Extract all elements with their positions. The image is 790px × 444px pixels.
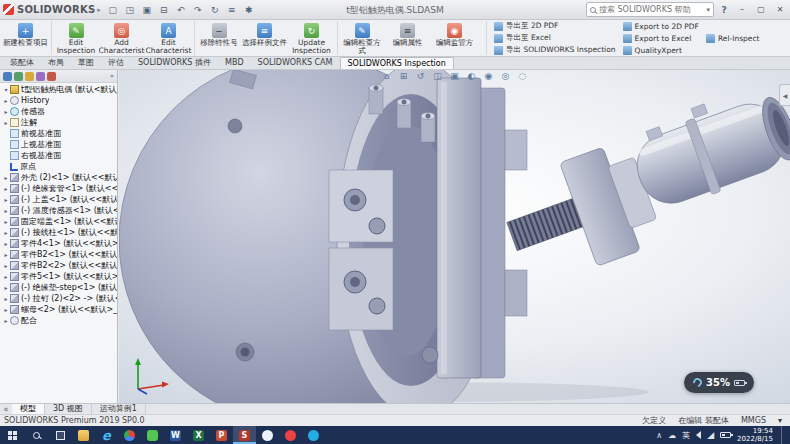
network-icon[interactable]: ◢ bbox=[707, 431, 714, 440]
powerpoint-icon[interactable]: P bbox=[210, 426, 233, 444]
expand-arrow-icon[interactable]: ▸ bbox=[2, 251, 10, 258]
tree-item[interactable]: 原点 bbox=[0, 161, 117, 172]
start-button[interactable] bbox=[0, 426, 24, 444]
tree-item[interactable]: 右视基准面 bbox=[0, 150, 117, 161]
motion-study-tab[interactable]: 运动算例1 bbox=[92, 404, 146, 415]
edit-inspection-method-button[interactable]: ✎ 编辑检查方式 bbox=[337, 21, 384, 55]
task-view-button[interactable] bbox=[48, 426, 72, 444]
expand-arrow-icon[interactable]: ▾ bbox=[2, 86, 10, 93]
update-inspection-button[interactable]: ↻ Update Inspection bbox=[288, 21, 335, 55]
expand-arrow-icon[interactable]: ▸ bbox=[2, 229, 10, 236]
appearance-icon[interactable]: ◎ bbox=[499, 71, 512, 81]
edit-characteristic-button[interactable]: A Edit Characteristic bbox=[145, 21, 192, 55]
edge-icon[interactable]: e bbox=[95, 426, 118, 444]
chrome-icon[interactable] bbox=[118, 426, 141, 444]
graphics-viewport[interactable]: ⌂⊞↺◫▣◐◉◎◌ ◀ 35% bbox=[119, 70, 790, 403]
tree-item[interactable]: 前视基准面 bbox=[0, 128, 117, 139]
tab-solidworks-cam[interactable]: SOLIDWORKS CAM bbox=[251, 57, 340, 69]
dimxpertmanager-tab-icon[interactable] bbox=[36, 72, 45, 81]
maximize-button[interactable]: ▢ bbox=[753, 2, 769, 17]
tree-item[interactable]: ▸ 外壳 (2)<1> (默认<<默认>_显示状 bbox=[0, 172, 117, 183]
add-characteristic-button[interactable]: ◎ Add Characteristic bbox=[98, 21, 145, 55]
tree-item[interactable]: ▸ (-) 温度传感器<1> (默认<<默认> bbox=[0, 205, 117, 216]
featuremanager-tab-icon[interactable] bbox=[3, 72, 12, 81]
expand-arrow-icon[interactable]: ▸ bbox=[2, 240, 10, 247]
tree-item[interactable]: 上视基准面 bbox=[0, 139, 117, 150]
menu-flyout-caret-icon[interactable]: ▸ bbox=[97, 6, 101, 14]
scene-icon[interactable]: ◌ bbox=[516, 71, 529, 81]
rebuild-icon[interactable]: ↻ bbox=[207, 2, 223, 17]
help-search-box[interactable]: ▾ bbox=[586, 2, 714, 17]
export-to-excel-button[interactable]: 导出至 Excel bbox=[494, 33, 616, 44]
tab-mbd[interactable]: MBD bbox=[218, 57, 251, 69]
hide-show-icon[interactable]: ◉ bbox=[482, 71, 495, 81]
tree-item[interactable]: ▸ (-) 拉钉 (2)<2> -> (默认<<默认 bbox=[0, 293, 117, 304]
expand-arrow-icon[interactable]: ▸ bbox=[2, 196, 10, 203]
tab-evaluate[interactable]: 评估 bbox=[101, 57, 131, 69]
solidworks-icon[interactable]: S bbox=[233, 426, 256, 444]
tab-sketch[interactable]: 草图 bbox=[71, 57, 101, 69]
word-icon[interactable]: W bbox=[164, 426, 187, 444]
tree-item[interactable]: ▸ 零件4<1> (默认<<默认>_显示状态 bbox=[0, 238, 117, 249]
expand-arrow-icon[interactable]: ▸ bbox=[2, 97, 10, 104]
cad-model-3d-view[interactable] bbox=[119, 70, 790, 403]
export-2d-pdf-button[interactable]: Export to 2D PDF bbox=[623, 21, 699, 32]
undo-icon[interactable]: ↶ bbox=[173, 2, 189, 17]
minimize-button[interactable]: – bbox=[734, 2, 750, 17]
redo-icon[interactable]: ↷ bbox=[190, 2, 206, 17]
display-style-icon[interactable]: ◐ bbox=[465, 71, 478, 81]
displaymanager-tab-icon[interactable] bbox=[47, 72, 56, 81]
wechat-icon[interactable] bbox=[141, 426, 164, 444]
expand-arrow-icon[interactable]: ▸ bbox=[2, 185, 10, 192]
tree-item[interactable]: ▸ 传感器 bbox=[0, 106, 117, 117]
rel-inspect-button[interactable]: Rel-Inspect bbox=[706, 33, 760, 44]
tree-item[interactable]: ▸ 零件B2<1> (默认<<默认>_显示 bbox=[0, 249, 117, 260]
task-pane-collapse-arrow-icon[interactable]: ◀ bbox=[779, 84, 790, 106]
input-language-indicator[interactable]: 英 bbox=[682, 430, 690, 441]
search-input[interactable] bbox=[599, 5, 703, 14]
expand-arrow-icon[interactable]: ▸ bbox=[2, 284, 10, 291]
help-button[interactable]: ? bbox=[717, 5, 731, 15]
export-to-2d-pdf-button[interactable]: 导出至 2D PDF bbox=[494, 21, 616, 32]
cloud-drive-icon[interactable]: ☁ bbox=[668, 431, 676, 440]
tree-item[interactable]: ▸ (-) 上盖<1> (默认<<默认>_显示状 bbox=[0, 194, 117, 205]
tree-item[interactable]: ▾ t型铝触热电偶 (默认<默认_显示状态-1 bbox=[0, 84, 117, 95]
music-icon[interactable] bbox=[279, 426, 302, 444]
new-file-icon[interactable]: ▢ bbox=[105, 2, 121, 17]
configurationmanager-tab-icon[interactable] bbox=[25, 72, 34, 81]
tab-solidworks-inspection[interactable]: SOLIDWORKS Inspection bbox=[340, 57, 454, 69]
tree-item[interactable]: ▸ 固定端盖<1> (默认<<默认>_显示 bbox=[0, 216, 117, 227]
tree-item[interactable]: ▸ 零件5<1> (默认<<默认>_显示状 bbox=[0, 271, 117, 282]
excel-icon[interactable]: X bbox=[187, 426, 210, 444]
previous-view-icon[interactable]: ↺ bbox=[414, 71, 427, 81]
tree-item[interactable]: ▸ (-) 接线柱<1> (默认<<默认>_显 bbox=[0, 227, 117, 238]
taskbar-search-button[interactable] bbox=[24, 426, 48, 444]
edit-supervisor-button[interactable]: ◉ 编辑监管方 bbox=[431, 21, 478, 55]
zoom-fit-icon[interactable]: ⌂ bbox=[380, 71, 393, 81]
expand-arrow-icon[interactable]: ▸ bbox=[2, 218, 10, 225]
open-file-icon[interactable]: ◳ bbox=[122, 2, 138, 17]
edit-properties-button[interactable]: ≡ 编辑属性 bbox=[384, 21, 431, 55]
expand-arrow-icon[interactable]: ▸ bbox=[2, 295, 10, 302]
print-icon[interactable]: ⊟ bbox=[156, 2, 172, 17]
hidden-icons-chevron-icon[interactable]: ∧ bbox=[656, 431, 662, 440]
tree-item[interactable]: ▸ History bbox=[0, 95, 117, 106]
3d-views-tab[interactable]: 3D 视图 bbox=[45, 404, 92, 415]
expand-arrow-icon[interactable]: ▸ bbox=[2, 306, 10, 313]
remove-characteristic-button[interactable]: − 移除特性号 bbox=[194, 21, 241, 55]
tab-assembly[interactable]: 装配体 bbox=[3, 57, 41, 69]
tree-item[interactable]: ▸ (-) 绝缘垫-step<1> (默认<<默 bbox=[0, 282, 117, 293]
show-desktop-button[interactable] bbox=[781, 426, 786, 444]
tree-item[interactable]: ▸ 零件B2<2> (默认<<默认>_显示 bbox=[0, 260, 117, 271]
battery-tray-icon[interactable] bbox=[720, 432, 731, 438]
tab-solidworks-addins[interactable]: SOLIDWORKS 插件 bbox=[131, 57, 218, 69]
model-tab[interactable]: 模型 bbox=[12, 404, 45, 415]
expand-arrow-icon[interactable]: ▸ bbox=[2, 262, 10, 269]
expand-arrow-icon[interactable]: ▸ bbox=[2, 108, 10, 115]
probe-tube[interactable] bbox=[492, 78, 790, 290]
expand-arrow-icon[interactable]: ▸ bbox=[2, 317, 10, 324]
expand-arrow-icon[interactable]: ▸ bbox=[2, 207, 10, 214]
export-excel-button[interactable]: Export to Excel bbox=[623, 33, 699, 44]
tree-item[interactable]: ▸ 螺母<2> (默认<<默认>_显示状 bbox=[0, 304, 117, 315]
qualityxpert-button[interactable]: QualityXpert bbox=[623, 45, 699, 56]
